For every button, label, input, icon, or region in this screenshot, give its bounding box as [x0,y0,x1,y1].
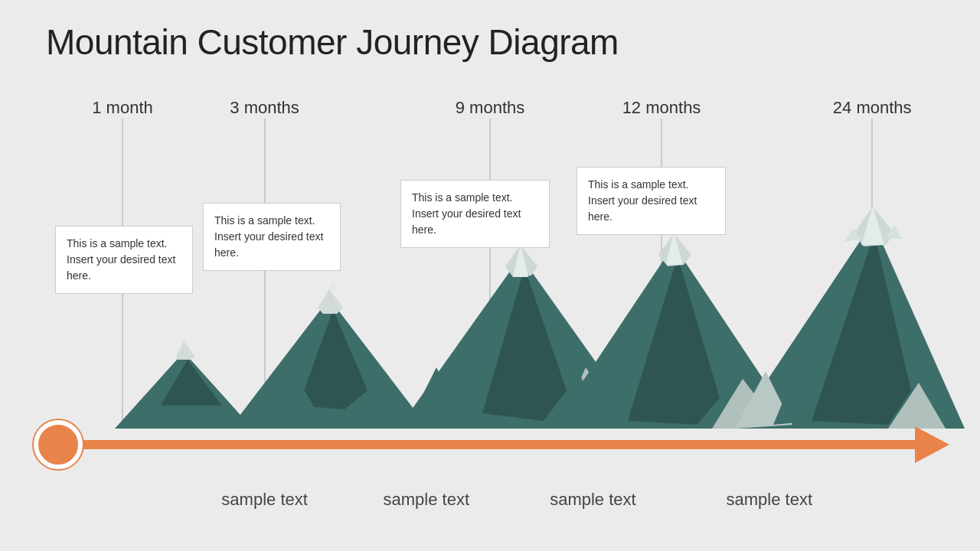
mountain2-snow2 [329,282,337,289]
textbox-2-text: This is a sample text. Insert your desir… [214,214,323,259]
bottom-label-2: sample text [384,490,470,510]
textbox-4[interactable]: This is a sample text. Insert your desir… [577,167,726,235]
timeline-bar [46,440,930,449]
bottom-label-4: sample text [727,490,813,510]
textbox-3[interactable]: This is a sample text. Insert your desir… [400,180,550,248]
bottom-label-1: sample text [221,490,308,510]
bottom-label-3: sample text [550,490,636,510]
timeline-arrow [915,426,949,463]
textbox-3-text: This is a sample text. Insert your desir… [412,191,521,236]
timeline-start-circle [34,420,83,469]
mountain1-snow [176,341,195,360]
mountain2-snow [318,289,343,314]
textbox-1-text: This is a sample text. Insert your desir… [67,237,175,282]
page-title: Mountain Customer Journey Diagram [46,21,619,63]
textbox-4-text: This is a sample text. Insert your desir… [588,178,697,223]
textbox-1[interactable]: This is a sample text. Insert your desir… [55,226,193,294]
textbox-2[interactable]: This is a sample text. Insert your desir… [203,203,341,271]
